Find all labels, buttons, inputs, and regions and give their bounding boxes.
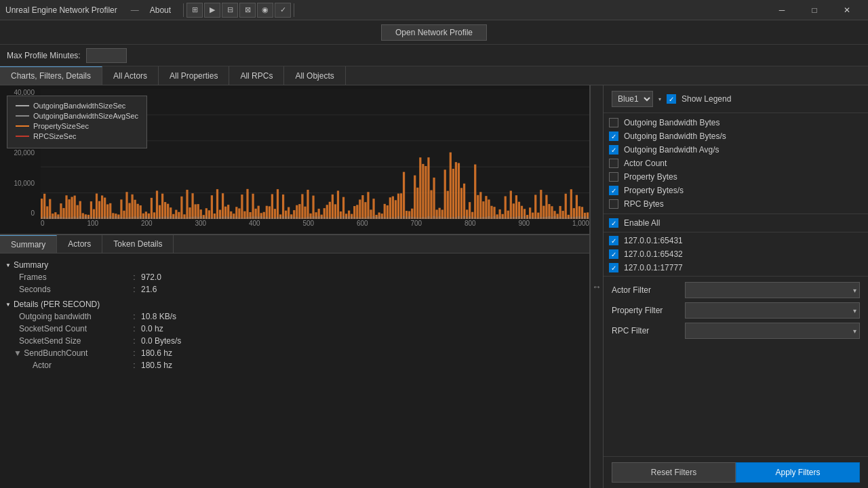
cb-enable-all[interactable] — [609, 218, 618, 228]
tab-actors[interactable]: Actors — [57, 235, 102, 253]
tab-all-objects[interactable]: All Objects — [284, 66, 345, 85]
svg-rect-160 — [252, 194, 254, 219]
svg-rect-138 — [222, 193, 224, 219]
toolbar-icon-1[interactable]: ⊞ — [186, 3, 203, 18]
svg-rect-8 — [43, 194, 45, 219]
svg-rect-196 — [301, 194, 303, 219]
rpc-filter-dropdown[interactable]: ▾ — [685, 323, 860, 339]
color-select-arrow: ▾ — [658, 96, 661, 102]
svg-rect-24 — [65, 195, 67, 219]
tab-all-properties[interactable]: All Properties — [159, 66, 229, 85]
svg-rect-244 — [367, 192, 369, 219]
svg-rect-156 — [246, 189, 248, 219]
svg-rect-348 — [510, 190, 512, 219]
show-legend-label: Show Legend — [682, 94, 731, 104]
svg-rect-290 — [430, 190, 432, 219]
reset-filters-button[interactable]: Reset Filters — [612, 462, 736, 483]
tab-token-details[interactable]: Token Details — [102, 235, 174, 253]
address-row-2[interactable]: 127.0.0.1:65432 — [604, 247, 868, 261]
tab-all-rpcs[interactable]: All RPCs — [229, 66, 284, 85]
profile-minutes-input[interactable] — [86, 48, 127, 63]
toolbar-icon-5[interactable]: ◉ — [257, 3, 273, 18]
title-separator: — — [131, 5, 139, 15]
open-profile-button[interactable]: Open Network Profile — [381, 24, 487, 41]
svg-rect-262 — [392, 197, 394, 219]
toolbar-icon-3[interactable]: ⊟ — [222, 3, 238, 18]
svg-rect-50 — [101, 195, 103, 219]
address-row-1[interactable]: 127.0.0.1:65431 — [604, 234, 868, 247]
main-layout: OutgoingBandwidthSizeSec OutgoingBandwid… — [0, 85, 868, 488]
cb-property-bytes-s[interactable] — [609, 186, 618, 195]
toolbar-icon-2[interactable]: ▶ — [204, 3, 220, 18]
svg-rect-222 — [337, 190, 339, 219]
enable-all-row[interactable]: Enable All — [604, 214, 868, 232]
rpc-filter-arrow: ▾ — [853, 327, 856, 335]
svg-rect-278 — [414, 176, 416, 219]
show-legend-checkbox[interactable] — [667, 94, 676, 104]
apply-filters-button[interactable]: Apply Filters — [736, 462, 860, 483]
color-select[interactable]: Blue1 — [612, 91, 653, 107]
toolbar-icon-4[interactable]: ⊠ — [239, 3, 256, 18]
details-rows: Outgoing bandwidth : 10.8 KB/s SocketSen… — [5, 310, 584, 371]
svg-rect-240 — [361, 195, 363, 219]
tab-charts-filters[interactable]: Charts, Filters, Details — [0, 66, 102, 85]
resize-handle[interactable]: ↔ — [590, 85, 604, 488]
summary-rows: Frames : 972.0 Seconds : 21.6 — [5, 271, 584, 296]
tab-all-actors[interactable]: All Actors — [102, 66, 159, 85]
row-sendbunchcount: ▼ SendBunchCount : 180.6 hz — [19, 347, 584, 359]
svg-rect-280 — [416, 188, 418, 219]
cb-rpc-bytes[interactable] — [609, 199, 618, 209]
close-button[interactable]: ✕ — [831, 0, 863, 20]
summary-header[interactable]: ▼ Summary — [5, 259, 584, 271]
legend-line-4 — [16, 136, 29, 137]
option-actor-count[interactable]: Actor Count — [604, 157, 868, 170]
svg-rect-308 — [455, 162, 457, 219]
legend-line-2 — [16, 115, 29, 117]
cb-address-3[interactable] — [609, 263, 618, 272]
tab-summary[interactable]: Summary — [0, 235, 57, 253]
svg-rect-116 — [191, 193, 193, 219]
row-socketsend-size: SocketSend Size : 0.0 Bytes/s — [19, 335, 584, 347]
cb-outgoing-bandwidth-bytes-s[interactable] — [609, 131, 618, 141]
profile-minutes-label: Max Profile Minutes: — [7, 51, 81, 60]
cb-outgoing-bandwidth-bytes[interactable] — [609, 118, 618, 127]
legend-line-3 — [16, 125, 29, 127]
svg-rect-174 — [271, 194, 273, 219]
option-rpc-bytes[interactable]: RPC Bytes — [604, 197, 868, 211]
svg-rect-12 — [49, 199, 51, 219]
chart-area: OutgoingBandwidthSizeSec OutgoingBandwid… — [0, 85, 589, 235]
menu-about[interactable]: About — [144, 4, 176, 16]
svg-rect-86 — [151, 198, 153, 219]
cb-actor-count[interactable] — [609, 159, 618, 168]
svg-rect-396 — [576, 195, 578, 219]
option-property-bytes[interactable]: Property Bytes — [604, 170, 868, 184]
property-filter-arrow: ▾ — [853, 307, 856, 314]
address-row-3[interactable]: 127.0.0.1:17777 — [604, 261, 868, 274]
svg-rect-46 — [96, 194, 98, 219]
chart-controls-row: Blue1 ▾ Show Legend — [604, 85, 868, 113]
svg-rect-264 — [395, 200, 397, 219]
cb-outgoing-bandwidth-avg-s[interactable] — [609, 145, 618, 155]
cb-address-1[interactable] — [609, 236, 618, 245]
svg-rect-306 — [452, 169, 454, 219]
minimize-button[interactable]: ─ — [766, 0, 797, 20]
svg-rect-310 — [458, 163, 460, 219]
restore-button[interactable]: □ — [799, 0, 830, 20]
row-outgoing-bandwidth: Outgoing bandwidth : 10.8 KB/s — [19, 310, 584, 323]
option-outgoing-bandwidth-bytes[interactable]: Outgoing Bandwidth Bytes — [604, 116, 868, 129]
option-property-bytes-s[interactable]: Property Bytes/s — [604, 184, 868, 197]
actor-filter-dropdown[interactable]: ▾ — [685, 282, 860, 298]
cb-property-bytes[interactable] — [609, 172, 618, 182]
details-header[interactable]: ▼ Details (PER SECOND) — [5, 298, 584, 310]
svg-rect-312 — [460, 188, 462, 219]
property-filter-dropdown[interactable]: ▾ — [685, 302, 860, 319]
toolbar-icon-6[interactable]: ✓ — [275, 3, 291, 18]
option-outgoing-bandwidth-avg-s[interactable]: Outgoing Bandwidth Avg/s — [604, 143, 868, 157]
svg-rect-26 — [68, 199, 70, 219]
svg-rect-284 — [422, 164, 424, 219]
svg-rect-68 — [125, 192, 127, 219]
option-outgoing-bandwidth-bytes-s[interactable]: Outgoing Bandwidth Bytes/s — [604, 129, 868, 143]
cb-address-2[interactable] — [609, 249, 618, 259]
svg-rect-130 — [211, 195, 213, 219]
svg-rect-94 — [161, 194, 163, 219]
